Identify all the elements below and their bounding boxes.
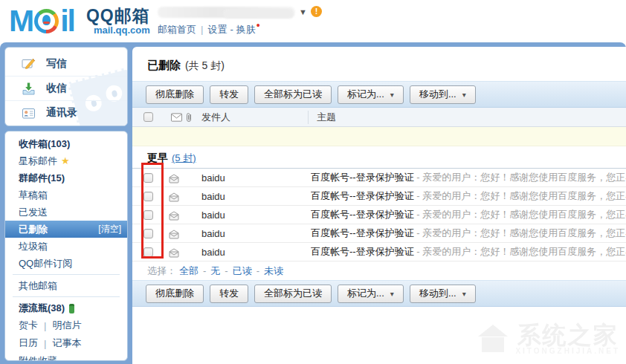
- postcard-link[interactable]: 明信片: [52, 319, 81, 332]
- nav-mail-home-link[interactable]: 邮箱首页: [158, 24, 196, 35]
- sidebar-item-spam[interactable]: 垃圾箱: [5, 238, 127, 255]
- delete-forever-label: 彻底删除: [155, 88, 194, 101]
- sender-column-header: 发件人: [201, 111, 230, 124]
- mark-all-read-label: 全部标为已读: [264, 88, 322, 101]
- group-count-link[interactable]: (5 封): [172, 152, 196, 165]
- sidebar-item-cards: 贺卡|明信片: [5, 316, 127, 334]
- forward-button[interactable]: 转发: [210, 285, 248, 303]
- qq-mail-page: M il QQ邮箱 mail.qq.com ▼ ! 邮箱首页|设置-换肤•: [0, 0, 626, 364]
- content-shell: 写信 收信 通讯录 收件箱(103) 星标邮件★ 群邮件(15) 草稿箱 已发送…: [0, 42, 626, 364]
- empty-trash-link[interactable]: [清空]: [98, 223, 121, 235]
- email-row[interactable]: baidu 百度帐号--登录保护验证 - 亲爱的用户：您好！感谢您使用百度服务，…: [132, 224, 626, 243]
- contacts-label: 通讯录: [46, 106, 77, 120]
- row-checkbox[interactable]: [143, 229, 153, 238]
- sidebar-item-subscription[interactable]: QQ邮件订阅: [5, 255, 127, 272]
- mark-as-dropdown[interactable]: 标记为...▾: [338, 85, 404, 104]
- delete-forever-button[interactable]: 彻底删除: [146, 85, 204, 104]
- move-to-dropdown[interactable]: 移动到...▾: [410, 85, 476, 104]
- attachments-label: 附件收藏: [19, 354, 57, 361]
- row-checkbox[interactable]: [143, 247, 153, 257]
- sidebar-item-deleted-selected[interactable]: 已删除[清空]: [5, 221, 127, 238]
- sidebar-item-attachments[interactable]: 附件收藏: [5, 352, 127, 361]
- account-name-redacted-2: [223, 9, 294, 19]
- spam-label: 垃圾箱: [19, 240, 48, 253]
- chevron-down-icon: ▾: [462, 290, 466, 298]
- row-checkbox[interactable]: [143, 192, 153, 201]
- bottle-label: 漂流瓶(38): [19, 302, 65, 315]
- email-subject: 百度帐号--登录保护验证: [311, 172, 414, 183]
- nav-settings-link[interactable]: 设置: [207, 24, 227, 35]
- email-sender: baidu: [201, 228, 225, 239]
- email-separator: -: [414, 172, 423, 183]
- starred-label: 星标邮件: [19, 155, 57, 168]
- forward-button[interactable]: 转发: [210, 85, 248, 104]
- subscription-label: QQ邮件订阅: [19, 257, 72, 270]
- other-mail-label: 其他邮箱: [19, 279, 57, 293]
- row-checkbox[interactable]: [143, 173, 153, 183]
- move-to-label: 移动到...: [419, 287, 456, 300]
- toolbar-bottom: 彻底删除 转发 全部标为已读 标记为...▾ 移动到...▾: [132, 280, 626, 307]
- notebook-link[interactable]: 记事本: [52, 337, 81, 350]
- mark-all-read-button[interactable]: 全部标为已读: [254, 85, 332, 104]
- email-subject: 百度帐号--登录保护验证: [311, 190, 414, 201]
- select-all-link[interactable]: 全部: [179, 264, 199, 278]
- table-header: 发件人 主题: [132, 108, 626, 127]
- alert-badge-icon[interactable]: !: [311, 6, 322, 17]
- inbox-download-icon: [22, 82, 36, 96]
- bottle-icon: [69, 304, 74, 313]
- main-panel: 已删除(共 5 封) 彻底删除 转发 全部标为已读 标记为...▾ 移动到...…: [132, 47, 626, 364]
- forward-label: 转发: [219, 287, 239, 300]
- selection-bar: 选择： 全部 - 无 - 已读 - 未读: [132, 261, 626, 280]
- contacts-button[interactable]: 通讯录: [5, 100, 127, 125]
- nav-skin-link[interactable]: 换肤: [236, 24, 256, 35]
- delete-forever-button[interactable]: 彻底删除: [146, 285, 204, 303]
- read-mail-icon: [168, 192, 180, 202]
- qqmail-logo[interactable]: M il QQ邮箱 mail.qq.com: [9, 4, 150, 37]
- read-mail-icon: [168, 248, 180, 258]
- logo-letters-il: il: [60, 4, 74, 37]
- envelope-icon: [171, 113, 182, 122]
- email-sender: baidu: [201, 191, 225, 202]
- sidebar-item-drafts[interactable]: 草稿箱: [5, 186, 127, 204]
- receive-button[interactable]: 收信: [5, 76, 127, 100]
- sidebar-item-group-mail[interactable]: 群邮件(15): [5, 169, 127, 186]
- brand-name: QQ邮箱: [86, 7, 150, 25]
- nav-dash: -: [230, 24, 233, 35]
- account-dropdown-icon[interactable]: ▼: [299, 7, 307, 16]
- pair-separator: |: [44, 320, 46, 331]
- brand-block: QQ邮箱 mail.qq.com: [80, 7, 150, 36]
- mark-as-dropdown[interactable]: 标记为...▾: [338, 285, 404, 303]
- watermark-subtext: XITONGZHIJIA.NET: [515, 347, 620, 355]
- greeting-card-link[interactable]: 贺卡: [19, 319, 38, 332]
- sidebar-item-sent[interactable]: 已发送: [5, 204, 127, 221]
- compose-button[interactable]: 写信: [5, 51, 127, 76]
- sidebar-item-inbox[interactable]: 收件箱(103): [5, 135, 127, 152]
- mark-all-read-label: 全部标为已读: [264, 287, 322, 300]
- subject-column-header: 主题: [317, 111, 336, 124]
- row-checkbox[interactable]: [143, 210, 153, 220]
- select-unread-link[interactable]: 未读: [264, 264, 283, 278]
- email-row[interactable]: baidu 百度帐号--登录保护验证 - 亲爱的用户：您好！感谢您使用百度服务，…: [132, 243, 626, 261]
- sidebar: 写信 收信 通讯录 收件箱(103) 星标邮件★ 群邮件(15) 草稿箱 已发送…: [4, 47, 128, 364]
- read-mail-icon: [168, 230, 180, 239]
- email-row[interactable]: baidu 百度帐号--登录保护验证 - 亲爱的用户：您好！感谢您使用百度服务，…: [132, 169, 626, 187]
- sidebar-item-starred[interactable]: 星标邮件★: [5, 152, 127, 169]
- email-row[interactable]: baidu 百度帐号--登录保护验证 - 亲爱的用户：您好！感谢您使用百度服务，…: [132, 187, 626, 206]
- select-none-link[interactable]: 无: [210, 264, 220, 278]
- email-row[interactable]: baidu 百度帐号--登录保护验证 - 亲爱的用户：您好！感谢您使用百度服务，…: [132, 206, 626, 224]
- calendar-link[interactable]: 日历: [19, 337, 38, 350]
- email-list: baidu 百度帐号--登录保护验证 - 亲爱的用户：您好！感谢您使用百度服务，…: [132, 168, 626, 261]
- select-all-checkbox[interactable]: [143, 112, 153, 122]
- move-to-dropdown[interactable]: 移动到...▾: [410, 285, 476, 303]
- compose-label: 写信: [46, 57, 67, 71]
- mark-all-read-button[interactable]: 全部标为已读: [254, 285, 332, 303]
- email-sender: baidu: [201, 172, 225, 183]
- sidebar-item-drift-bottle[interactable]: 漂流瓶(38): [5, 299, 127, 316]
- folder-count: (共 5 封): [185, 59, 225, 71]
- sidebar-item-other-mail[interactable]: 其他邮箱: [5, 277, 127, 294]
- read-mail-icon: [168, 211, 180, 221]
- group-mail-label: 群邮件(15): [19, 172, 65, 185]
- email-subject: 百度帐号--登录保护验证: [311, 209, 414, 220]
- site-watermark: 系统之家 XITONGZHIJIA.NET: [477, 323, 620, 355]
- select-read-link[interactable]: 已读: [233, 264, 252, 278]
